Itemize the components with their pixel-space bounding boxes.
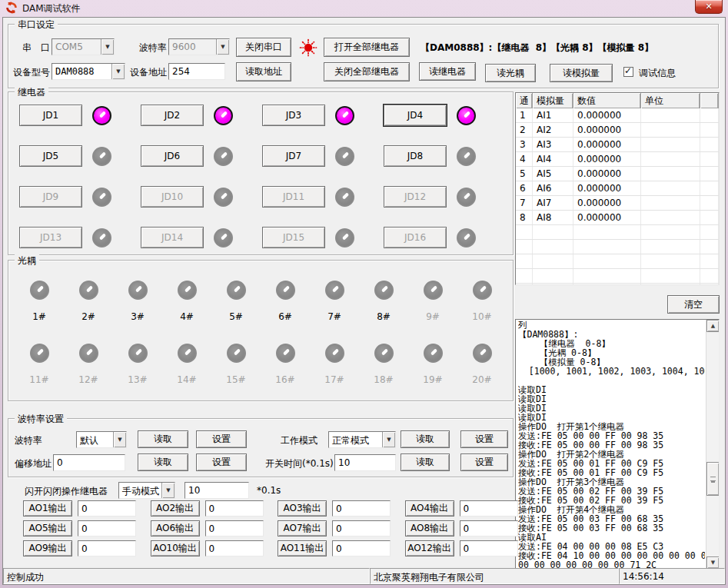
com-port-select[interactable]: COM5 ▼: [52, 38, 115, 55]
read-analog-button[interactable]: 读模拟量: [550, 64, 613, 82]
scroll-down-icon[interactable]: ▼: [706, 556, 720, 569]
flash-mode-select[interactable]: 手动模式 ▼: [118, 482, 175, 499]
scrollbar-thumb[interactable]: [706, 462, 720, 496]
analog-table-row[interactable]: 5AI50.000000: [516, 167, 719, 181]
ao-output-button[interactable]: AO12输出: [405, 540, 454, 556]
read-address-button[interactable]: 读取地址: [236, 62, 291, 81]
log-scrollbar[interactable]: ▲ ▼: [706, 320, 719, 569]
analog-table-row[interactable]: 1AI10.000000: [516, 108, 719, 123]
analog-table-row[interactable]: [516, 254, 719, 269]
analog-table-row[interactable]: 4AI40.000000: [516, 152, 719, 167]
relay-button[interactable]: JD9: [19, 186, 82, 208]
relay-button[interactable]: JD11: [262, 186, 325, 208]
analog-table-row[interactable]: 2AI20.000000: [516, 123, 719, 138]
relay-button[interactable]: JD8: [384, 145, 447, 167]
log-box[interactable]: 列 【DAM0888】: 【继电器 0-8】 【光耦 0-8】 【模拟量 0-8…: [515, 319, 720, 570]
read-time-button[interactable]: 读取: [401, 453, 450, 471]
ao-value-input[interactable]: [332, 500, 391, 517]
ao-output-button[interactable]: AO7输出: [278, 520, 327, 537]
device-address-input[interactable]: [168, 63, 225, 80]
ao-output-button[interactable]: AO1输出: [23, 500, 72, 517]
close-serial-button[interactable]: 关闭串口: [236, 38, 291, 57]
ao-value-input[interactable]: [205, 540, 264, 556]
analog-col-header[interactable]: 数值: [573, 93, 641, 108]
ao-output-button[interactable]: AO8输出: [405, 520, 454, 537]
chevron-down-icon[interactable]: ▼: [113, 432, 126, 447]
ao-cell: AO8输出: [405, 520, 522, 537]
analog-table-cell: [641, 152, 700, 166]
read-mode-button[interactable]: 读取: [401, 430, 450, 448]
analog-table-row[interactable]: 7AI70.000000: [516, 196, 719, 211]
set-time-button[interactable]: 设置: [460, 453, 508, 471]
ao-output-button[interactable]: AO9输出: [23, 540, 72, 556]
chevron-down-icon[interactable]: ▼: [111, 64, 125, 79]
analog-col-header[interactable]: [700, 93, 719, 108]
analog-col-header[interactable]: 通: [516, 93, 533, 108]
scroll-up-icon[interactable]: ▲: [706, 320, 720, 332]
flash-time-input[interactable]: [184, 482, 249, 499]
relay-button[interactable]: JD10: [141, 186, 204, 208]
debug-info-checkbox[interactable]: ✓: [623, 67, 633, 77]
ao-value-input[interactable]: [332, 540, 391, 556]
chevron-down-icon[interactable]: ▼: [216, 39, 229, 55]
relay-button[interactable]: JD2: [141, 105, 204, 126]
relay-button[interactable]: JD1: [19, 105, 82, 126]
ao-output-button[interactable]: AO5输出: [23, 520, 72, 537]
open-all-relays-button[interactable]: 打开全部继电器: [324, 38, 410, 57]
baudrate-select[interactable]: 9600 ▼: [168, 38, 230, 55]
chevron-down-icon[interactable]: ▼: [382, 432, 395, 447]
analog-table-row[interactable]: 6AI60.000000: [516, 181, 719, 196]
ao-value-input[interactable]: [460, 500, 518, 517]
offset-address-input[interactable]: [53, 454, 125, 471]
ao-value-input[interactable]: [78, 540, 136, 556]
ao-output-button[interactable]: AO11输出: [278, 540, 327, 556]
ao-output-button[interactable]: AO2输出: [151, 500, 200, 517]
ao-value-input[interactable]: [78, 520, 136, 537]
read-baud-button[interactable]: 读取: [138, 430, 188, 448]
relay-button[interactable]: JD7: [262, 145, 325, 167]
ao-value-input[interactable]: [78, 500, 136, 517]
close-all-relays-button[interactable]: 关闭全部继电器: [324, 62, 410, 81]
analog-col-header[interactable]: 模拟量: [533, 93, 573, 108]
ao-output-button[interactable]: AO10输出: [151, 540, 200, 556]
relay-button[interactable]: JD6: [141, 145, 204, 167]
analog-col-header[interactable]: 单位: [641, 93, 700, 108]
ao-output-button[interactable]: AO6输出: [151, 520, 200, 537]
ao-value-input[interactable]: [205, 520, 264, 537]
set-baud-button[interactable]: 设置: [196, 430, 247, 448]
chevron-down-icon[interactable]: ▼: [101, 39, 114, 55]
analog-table-row[interactable]: [516, 269, 719, 284]
analog-table-row[interactable]: [516, 225, 719, 240]
chevron-down-icon[interactable]: ▼: [161, 483, 175, 498]
switch-time-input[interactable]: [334, 454, 396, 471]
ao-value-input[interactable]: [460, 540, 518, 556]
ao-output-button[interactable]: AO3输出: [278, 500, 327, 517]
analog-table-row[interactable]: [516, 240, 719, 254]
read-offset-button[interactable]: 读取: [138, 453, 188, 471]
work-mode-select[interactable]: 正常模式 ▼: [328, 431, 396, 448]
analog-table-row[interactable]: [516, 284, 719, 285]
read-relays-button[interactable]: 读继电器: [419, 62, 476, 81]
relay-button[interactable]: JD14: [141, 227, 204, 248]
relay-button[interactable]: JD3: [262, 105, 325, 126]
baudrate2-select[interactable]: 默认 ▼: [76, 431, 127, 448]
ao-value-input[interactable]: [205, 500, 264, 517]
relay-button[interactable]: JD5: [19, 145, 82, 167]
set-mode-button[interactable]: 设置: [460, 430, 508, 448]
ao-value-input[interactable]: [332, 520, 391, 537]
read-opto-button[interactable]: 读光耦: [485, 64, 536, 82]
ao-output-button[interactable]: AO4输出: [405, 500, 454, 517]
set-offset-button[interactable]: 设置: [196, 453, 247, 471]
titlebar[interactable]: DAM调试软件 ✕: [0, 0, 728, 17]
clear-log-button[interactable]: 清空: [667, 295, 720, 314]
relay-button[interactable]: JD15: [262, 227, 325, 248]
device-model-select[interactable]: DAM0888 ▼: [52, 63, 125, 80]
relay-button[interactable]: JD13: [19, 227, 82, 248]
relay-button[interactable]: JD16: [384, 227, 447, 248]
analog-table-row[interactable]: 8AI80.000000: [516, 211, 719, 225]
close-button[interactable]: ✕: [695, 0, 723, 14]
relay-button[interactable]: JD4: [384, 105, 447, 126]
analog-table-row[interactable]: 3AI30.000000: [516, 138, 719, 152]
relay-button[interactable]: JD12: [384, 186, 447, 208]
ao-value-input[interactable]: [460, 520, 518, 537]
